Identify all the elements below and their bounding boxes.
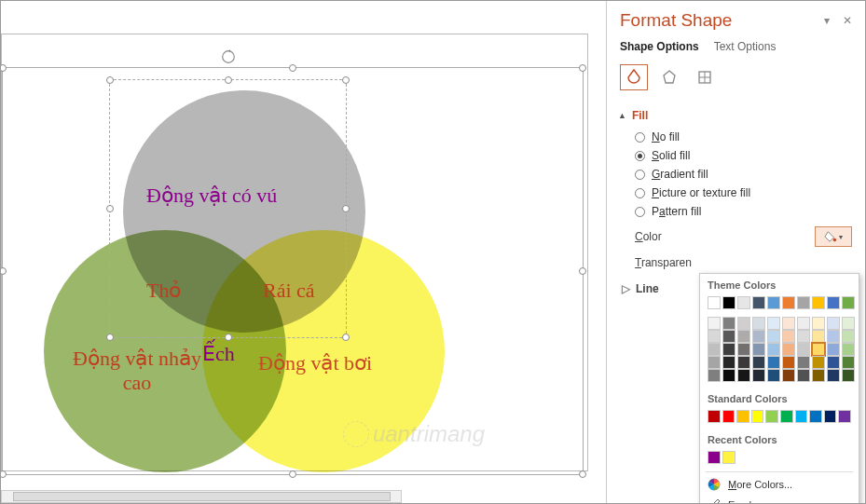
color-swatch[interactable] [842,296,855,309]
selection-shape-box[interactable] [109,79,347,338]
color-swatch[interactable] [708,317,721,330]
color-swatch[interactable] [737,369,750,382]
color-swatch[interactable] [827,369,840,382]
color-swatch[interactable] [842,343,855,356]
color-swatch[interactable] [782,356,795,369]
color-swatch[interactable] [797,356,810,369]
color-swatch[interactable] [795,410,808,423]
fill-line-tab-icon[interactable] [620,64,648,90]
color-swatch[interactable] [752,317,765,330]
color-swatch[interactable] [737,343,750,356]
color-swatch[interactable] [780,410,793,423]
radio-picture-fill[interactable]: Picture or texture fill [622,184,852,202]
color-swatch[interactable] [797,330,810,343]
color-swatch[interactable] [765,410,778,423]
color-swatch[interactable] [812,356,825,369]
color-swatch[interactable] [736,410,749,423]
panel-close-icon[interactable]: ✕ [843,14,852,27]
color-swatch[interactable] [809,410,822,423]
color-swatch[interactable] [827,356,840,369]
color-swatch[interactable] [812,369,825,382]
color-swatch[interactable] [812,343,825,356]
color-swatch[interactable] [722,356,735,369]
resize-handle[interactable] [106,334,114,341]
resize-handle[interactable] [106,205,114,212]
color-swatch[interactable] [722,410,735,423]
more-colors-item[interactable]: More Colors... [700,474,859,495]
resize-handle[interactable] [579,267,586,275]
resize-handle[interactable] [1,267,7,275]
color-swatch[interactable] [708,451,721,464]
color-swatch[interactable] [708,296,721,309]
color-swatch[interactable] [824,410,837,423]
color-swatch[interactable] [797,296,810,309]
color-swatch[interactable] [722,369,735,382]
color-swatch[interactable] [842,317,855,330]
effects-tab-icon[interactable] [655,64,683,90]
color-swatch[interactable] [797,343,810,356]
radio-solid-fill[interactable]: Solid fill [622,146,852,165]
color-swatch[interactable] [708,369,721,382]
resize-handle[interactable] [1,64,7,72]
color-swatch[interactable] [782,343,795,356]
color-swatch[interactable] [752,343,765,356]
radio-gradient-fill[interactable]: Gradient fill [622,165,852,184]
color-swatch[interactable] [752,356,765,369]
rotate-handle[interactable] [220,48,237,65]
color-swatch[interactable] [782,317,795,330]
color-swatch[interactable] [827,317,840,330]
resize-handle[interactable] [289,470,296,478]
color-swatch[interactable] [737,296,750,309]
color-swatch[interactable] [797,369,810,382]
color-swatch[interactable] [751,410,764,423]
fill-section-header[interactable]: ▲ Fill [618,109,852,122]
color-swatch[interactable] [838,410,851,423]
resize-handle[interactable] [106,76,114,84]
color-swatch[interactable] [797,317,810,330]
color-swatch[interactable] [782,296,795,309]
resize-handle[interactable] [579,470,586,478]
tab-shape-options[interactable]: Shape Options [620,40,699,53]
resize-handle[interactable] [289,64,296,72]
color-swatch[interactable] [827,343,840,356]
color-swatch[interactable] [827,330,840,343]
fill-color-button[interactable]: ▾ [815,226,852,247]
resize-handle[interactable] [342,334,350,341]
color-swatch[interactable] [842,356,855,369]
color-swatch[interactable] [722,343,735,356]
color-swatch[interactable] [767,317,780,330]
color-swatch[interactable] [722,296,735,309]
color-swatch[interactable] [708,343,721,356]
color-swatch[interactable] [812,330,825,343]
color-swatch[interactable] [752,330,765,343]
resize-handle[interactable] [342,76,350,84]
radio-no-fill[interactable]: No fill [622,128,852,146]
slide-canvas[interactable]: Động vật có vú Động vật nhảy cao Động vậ… [1,1,606,503]
color-swatch[interactable] [767,369,780,382]
resize-handle[interactable] [342,205,350,212]
color-swatch[interactable] [767,343,780,356]
color-swatch[interactable] [782,369,795,382]
color-swatch[interactable] [842,369,855,382]
color-swatch[interactable] [708,356,721,369]
color-swatch[interactable] [767,356,780,369]
eyedropper-item[interactable]: Eyedropper [700,495,859,504]
color-swatch[interactable] [752,296,765,309]
color-swatch[interactable] [767,296,780,309]
tab-text-options[interactable]: Text Options [714,40,777,53]
size-tab-icon[interactable] [691,64,719,90]
color-swatch[interactable] [722,317,735,330]
color-swatch[interactable] [708,410,721,423]
resize-handle[interactable] [225,334,232,341]
color-swatch[interactable] [812,296,825,309]
color-swatch[interactable] [752,369,765,382]
color-swatch[interactable] [737,330,750,343]
resize-handle[interactable] [225,76,232,84]
color-swatch[interactable] [812,317,825,330]
resize-handle[interactable] [579,64,586,72]
horizontal-scrollbar[interactable] [1,490,402,503]
color-swatch[interactable] [782,330,795,343]
color-swatch[interactable] [737,317,750,330]
panel-menu-icon[interactable]: ▾ [824,14,830,27]
color-swatch[interactable] [708,330,721,343]
